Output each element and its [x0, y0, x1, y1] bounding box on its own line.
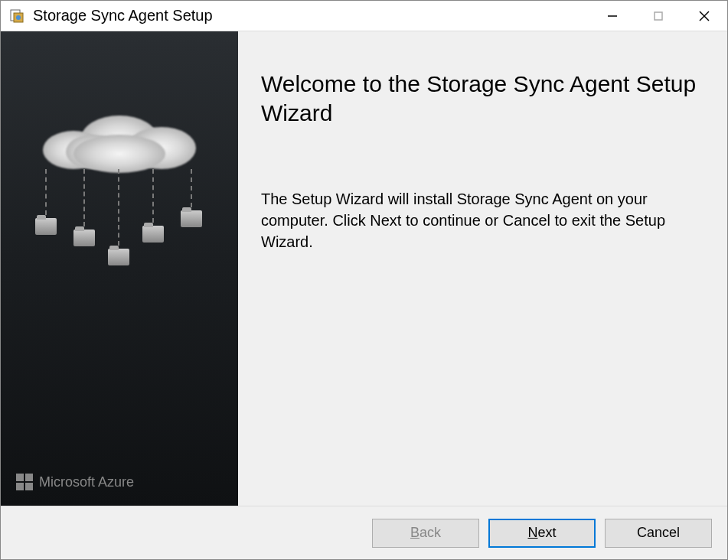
window-title: Storage Sync Agent Setup [33, 7, 589, 24]
content-area: Microsoft Azure Welcome to the Storage S… [1, 31, 727, 506]
titlebar: Storage Sync Agent Setup [1, 1, 727, 31]
button-bar: Back Next Cancel [1, 506, 727, 559]
close-button[interactable] [681, 1, 727, 31]
folder-icon [142, 226, 164, 243]
cancel-button[interactable]: Cancel [605, 519, 712, 548]
folder-icon [35, 218, 57, 235]
sidebar-banner: Microsoft Azure [1, 31, 238, 506]
folder-icon [73, 230, 95, 246]
svg-point-2 [16, 15, 21, 20]
windows-logo-icon [16, 474, 33, 490]
folder-icon [108, 249, 129, 265]
folder-icon [181, 210, 202, 227]
back-button: Back [372, 519, 479, 548]
maximize-button[interactable] [635, 1, 681, 31]
installer-window: Storage Sync Agent Setup [0, 0, 728, 560]
next-button[interactable]: Next [488, 519, 596, 548]
window-controls [589, 1, 727, 31]
maximize-icon [653, 11, 664, 21]
azure-brand-label: Microsoft Azure [39, 474, 134, 490]
svg-rect-4 [655, 12, 662, 20]
cloud-graphic [20, 108, 219, 169]
close-icon [698, 10, 710, 22]
main-content: Welcome to the Storage Sync Agent Setup … [238, 31, 727, 506]
files-graphic [20, 169, 219, 307]
installer-icon [8, 8, 25, 24]
minimize-button[interactable] [589, 1, 635, 31]
welcome-body-text: The Setup Wizard will install Storage Sy… [261, 188, 697, 252]
welcome-heading: Welcome to the Storage Sync Agent Setup … [261, 70, 697, 127]
minimize-icon [607, 11, 618, 21]
azure-brand: Microsoft Azure [16, 474, 134, 490]
